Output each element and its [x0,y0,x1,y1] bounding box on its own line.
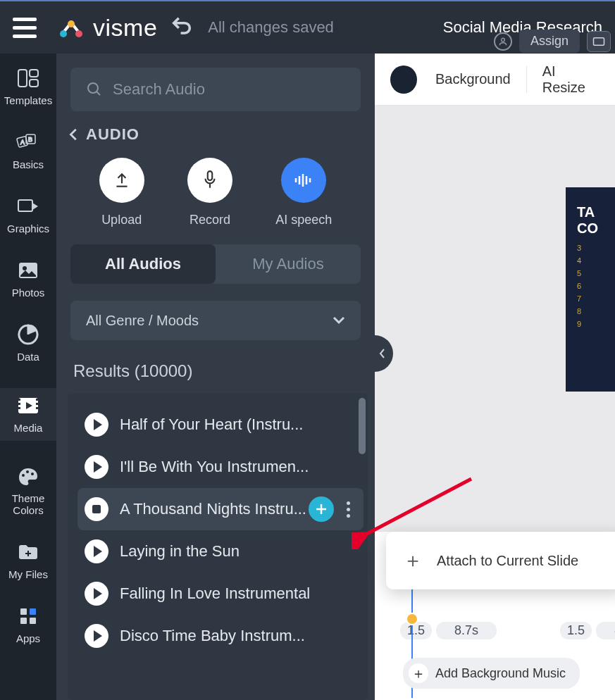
record-label: Record [190,213,230,227]
sidebar-item-label: Theme Colors [0,493,56,516]
play-icon[interactable] [85,455,108,479]
upload-icon [113,171,131,189]
svg-rect-4 [594,37,604,45]
svg-point-1 [68,20,75,27]
scrollbar[interactable] [359,398,366,454]
palette-icon [15,466,41,487]
sidebar-item-label: Apps [16,632,40,644]
undo-icon[interactable] [170,14,194,41]
play-icon[interactable] [85,582,108,606]
sidebar-item-label: Basics [13,158,44,170]
ai-speech-label: AI speech [275,213,332,227]
brand-name: visme [93,14,157,42]
sidebar-item-my-files[interactable]: My Files [0,542,56,580]
panel-title: AUDIO [86,125,139,144]
left-sidebar: Templates AB Basics Graphics Photos Data… [0,54,56,700]
upload-label: Upload [101,213,142,227]
svg-point-24 [26,470,29,473]
more-options-icon[interactable] [340,501,356,518]
svg-line-31 [97,92,100,95]
graphics-icon [15,196,41,217]
stop-icon[interactable] [85,497,108,521]
search-input[interactable]: Search Audio [70,68,361,111]
svg-point-2 [75,30,82,37]
basics-icon: AB [15,132,41,153]
svg-rect-22 [36,407,38,409]
play-icon[interactable] [85,624,108,648]
toc-num: 6 [577,282,604,290]
record-button[interactable]: Record [187,158,232,227]
chevron-left-icon [379,348,386,359]
canvas-toolbar: Background AI Resize [375,54,615,106]
sidebar-item-photos[interactable]: Photos [0,260,56,299]
toc-num: 7 [577,294,604,303]
svg-rect-18 [18,403,20,405]
popover-label: Attach to Current Slide [437,553,578,569]
seg-start: 1.5 [560,622,592,639]
hamburger-menu-icon[interactable] [7,10,42,45]
play-icon[interactable] [85,413,108,437]
photos-icon [15,260,41,281]
svg-rect-12 [18,200,32,211]
slide-preview[interactable]: TA CO 3 4 5 6 7 8 9 [566,187,615,392]
upload-button[interactable]: Upload [99,158,144,227]
play-icon[interactable] [85,539,108,563]
sidebar-item-label: Templates [4,94,52,106]
divider [526,66,527,93]
svg-point-30 [88,83,98,93]
bg-music-label: Add Background Music [435,666,566,681]
apps-icon [15,606,41,627]
track-name: Laying in the Sun [120,542,356,561]
panel-breadcrumb[interactable]: AUDIO [56,125,375,158]
svg-rect-28 [20,618,27,624]
user-icon[interactable] [494,32,512,51]
svg-rect-32 [208,171,212,180]
sidebar-item-data[interactable]: Data [0,324,56,363]
assign-button[interactable]: Assign [519,30,580,53]
track-row[interactable]: Half of Your Heart (Instru... [77,404,364,446]
microphone-icon [201,170,219,191]
track-row[interactable]: Falling In Love Instrumental [77,573,364,615]
playhead-marker-icon [406,613,418,625]
tab-my-audios[interactable]: My Audios [216,244,361,284]
track-row[interactable]: Laying in the Sun [77,530,364,573]
toc-num: 5 [577,269,604,277]
track-name: A Thousand Nights Instru... [120,500,309,518]
sidebar-item-media[interactable]: Media [0,388,56,441]
tab-all-audios[interactable]: All Audios [70,244,216,284]
ai-speech-button[interactable]: AI speech [275,158,332,227]
svg-rect-17 [18,399,20,401]
svg-rect-21 [36,403,38,405]
sidebar-item-templates[interactable]: Templates [0,68,56,106]
track-name: Half of Your Heart (Instru... [120,415,356,434]
sidebar-item-apps[interactable]: Apps [0,606,56,644]
background-label[interactable]: Background [435,71,511,87]
present-button[interactable] [587,31,611,52]
ai-resize-button[interactable]: AI Resize [542,63,600,96]
attach-popover[interactable]: ＋ Attach to Current Slide [386,532,615,589]
sidebar-item-basics[interactable]: AB Basics [0,132,56,170]
svg-rect-5 [18,70,27,87]
slide-preview-title: TA CO [577,204,604,237]
plus-icon: ＋ [409,663,428,683]
search-icon [86,81,103,98]
seg-start: 1.5 [400,622,432,639]
seg-dur: 8.7s [436,622,497,639]
dropdown-label: All Genre / Moods [86,313,199,329]
track-list: Half of Your Heart (Instru... I'll Be Wi… [68,394,368,700]
add-background-music-button[interactable]: ＋ Add Background Music [403,658,580,689]
sidebar-item-graphics[interactable]: Graphics [0,196,56,235]
background-color-swatch[interactable] [390,65,417,94]
track-row[interactable]: Disco Time Baby Instrum... [77,615,364,657]
genre-mood-dropdown[interactable]: All Genre / Moods [70,301,361,340]
sidebar-item-theme-colors[interactable]: Theme Colors [0,466,56,516]
track-row[interactable]: I'll Be With You Instrumen... [77,446,364,488]
sidebar-item-label: Graphics [7,223,49,235]
toc-num: 3 [577,244,604,252]
svg-point-14 [23,266,27,270]
svg-point-0 [60,30,67,37]
add-track-button[interactable] [309,496,334,522]
toc-num: 9 [577,320,604,328]
media-icon [15,395,41,416]
track-row[interactable]: A Thousand Nights Instru... [77,488,364,530]
